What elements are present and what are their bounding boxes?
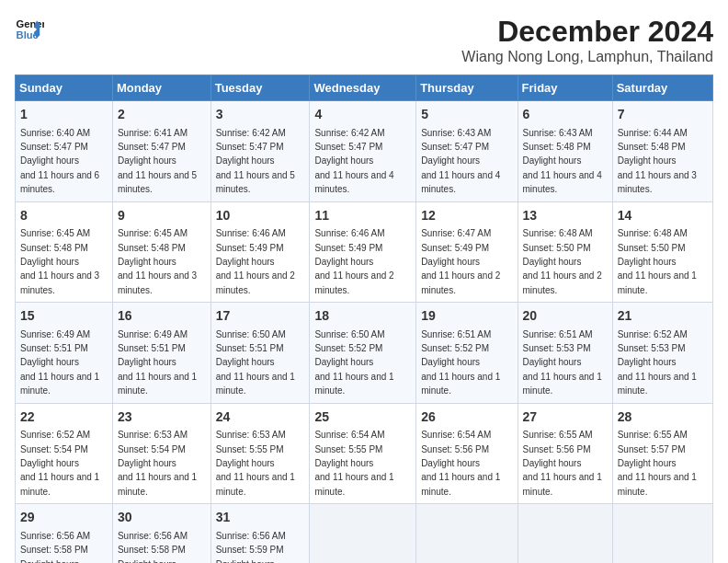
day-number: 3 xyxy=(216,106,305,124)
logo: General Blue xyxy=(15,15,44,44)
month-title: December 2024 xyxy=(461,15,713,49)
day-detail: Sunrise: 6:45 AMSunset: 5:48 PMDaylight … xyxy=(20,228,99,295)
day-number: 31 xyxy=(216,509,305,527)
calendar-week-3: 15 Sunrise: 6:49 AMSunset: 5:51 PMDaylig… xyxy=(16,303,713,404)
day-detail: Sunrise: 6:47 AMSunset: 5:49 PMDaylight … xyxy=(421,228,500,295)
day-number: 22 xyxy=(20,408,108,427)
title-block: December 2024 Wiang Nong Long, Lamphun, … xyxy=(461,15,713,65)
calendar-cell: 3 Sunrise: 6:42 AMSunset: 5:47 PMDayligh… xyxy=(210,101,310,202)
day-number: 10 xyxy=(216,207,305,225)
location-title: Wiang Nong Long, Lamphun, Thailand xyxy=(461,49,713,65)
day-detail: Sunrise: 6:43 AMSunset: 5:47 PMDaylight … xyxy=(421,128,500,195)
day-number: 4 xyxy=(314,106,411,124)
header-sunday: Sunday xyxy=(16,75,113,101)
calendar-cell: 12 Sunrise: 6:47 AMSunset: 5:49 PMDaylig… xyxy=(416,201,518,303)
day-number: 1 xyxy=(20,106,108,124)
calendar-cell: 18 Sunrise: 6:50 AMSunset: 5:52 PMDaylig… xyxy=(310,303,416,404)
calendar-cell: 25 Sunrise: 6:54 AMSunset: 5:55 PMDaylig… xyxy=(310,403,416,504)
day-number: 9 xyxy=(118,207,206,225)
calendar-cell xyxy=(612,504,712,563)
day-detail: Sunrise: 6:51 AMSunset: 5:53 PMDaylight … xyxy=(523,329,602,396)
day-detail: Sunrise: 6:52 AMSunset: 5:53 PMDaylight … xyxy=(618,329,697,396)
day-detail: Sunrise: 6:42 AMSunset: 5:47 PMDaylight … xyxy=(216,128,295,195)
calendar-cell: 20 Sunrise: 6:51 AMSunset: 5:53 PMDaylig… xyxy=(518,303,612,404)
day-detail: Sunrise: 6:55 AMSunset: 5:57 PMDaylight … xyxy=(618,430,697,497)
day-number: 26 xyxy=(421,408,512,427)
day-number: 17 xyxy=(216,307,305,326)
day-detail: Sunrise: 6:46 AMSunset: 5:49 PMDaylight … xyxy=(314,228,393,295)
day-number: 21 xyxy=(618,307,708,326)
calendar-cell: 7 Sunrise: 6:44 AMSunset: 5:48 PMDayligh… xyxy=(612,101,712,202)
calendar-cell xyxy=(518,504,612,563)
calendar-cell xyxy=(310,504,416,563)
calendar-cell: 9 Sunrise: 6:45 AMSunset: 5:48 PMDayligh… xyxy=(112,201,210,303)
header-tuesday: Tuesday xyxy=(210,75,310,101)
day-detail: Sunrise: 6:45 AMSunset: 5:48 PMDaylight … xyxy=(118,228,197,295)
day-detail: Sunrise: 6:56 AMSunset: 5:58 PMDaylight … xyxy=(118,531,197,563)
day-number: 13 xyxy=(523,207,608,225)
day-detail: Sunrise: 6:43 AMSunset: 5:48 PMDaylight … xyxy=(523,128,602,195)
page-header: General Blue December 2024 Wiang Nong Lo… xyxy=(15,15,713,65)
day-number: 14 xyxy=(618,207,708,225)
day-number: 20 xyxy=(523,307,608,326)
day-number: 6 xyxy=(523,106,608,124)
day-detail: Sunrise: 6:51 AMSunset: 5:52 PMDaylight … xyxy=(421,329,500,396)
day-detail: Sunrise: 6:52 AMSunset: 5:54 PMDaylight … xyxy=(20,430,99,497)
svg-text:General: General xyxy=(17,18,44,29)
calendar-cell: 30 Sunrise: 6:56 AMSunset: 5:58 PMDaylig… xyxy=(112,504,210,563)
day-detail: Sunrise: 6:56 AMSunset: 5:58 PMDaylight … xyxy=(20,531,99,563)
header-friday: Friday xyxy=(518,75,612,101)
calendar-cell: 4 Sunrise: 6:42 AMSunset: 5:47 PMDayligh… xyxy=(310,101,416,202)
day-detail: Sunrise: 6:50 AMSunset: 5:51 PMDaylight … xyxy=(216,329,295,396)
calendar-cell: 11 Sunrise: 6:46 AMSunset: 5:49 PMDaylig… xyxy=(310,201,416,303)
calendar-cell: 29 Sunrise: 6:56 AMSunset: 5:58 PMDaylig… xyxy=(16,504,113,563)
header-thursday: Thursday xyxy=(416,75,518,101)
calendar-cell: 2 Sunrise: 6:41 AMSunset: 5:47 PMDayligh… xyxy=(112,101,210,202)
calendar-cell: 15 Sunrise: 6:49 AMSunset: 5:51 PMDaylig… xyxy=(16,303,113,404)
header-row: Sunday Monday Tuesday Wednesday Thursday… xyxy=(16,75,713,101)
calendar-cell: 14 Sunrise: 6:48 AMSunset: 5:50 PMDaylig… xyxy=(612,201,712,303)
day-detail: Sunrise: 6:49 AMSunset: 5:51 PMDaylight … xyxy=(20,329,99,396)
calendar-cell: 19 Sunrise: 6:51 AMSunset: 5:52 PMDaylig… xyxy=(416,303,518,404)
calendar-cell: 13 Sunrise: 6:48 AMSunset: 5:50 PMDaylig… xyxy=(518,201,612,303)
day-detail: Sunrise: 6:46 AMSunset: 5:49 PMDaylight … xyxy=(216,228,295,295)
day-detail: Sunrise: 6:48 AMSunset: 5:50 PMDaylight … xyxy=(523,228,602,295)
day-detail: Sunrise: 6:55 AMSunset: 5:56 PMDaylight … xyxy=(523,430,602,497)
day-detail: Sunrise: 6:49 AMSunset: 5:51 PMDaylight … xyxy=(118,329,197,396)
day-number: 18 xyxy=(314,307,411,326)
header-wednesday: Wednesday xyxy=(310,75,416,101)
day-number: 27 xyxy=(523,408,608,427)
calendar-week-5: 29 Sunrise: 6:56 AMSunset: 5:58 PMDaylig… xyxy=(16,504,713,563)
day-number: 23 xyxy=(118,408,206,427)
calendar-cell: 10 Sunrise: 6:46 AMSunset: 5:49 PMDaylig… xyxy=(210,201,310,303)
calendar-cell: 17 Sunrise: 6:50 AMSunset: 5:51 PMDaylig… xyxy=(210,303,310,404)
calendar-cell: 16 Sunrise: 6:49 AMSunset: 5:51 PMDaylig… xyxy=(112,303,210,404)
calendar-cell: 24 Sunrise: 6:53 AMSunset: 5:55 PMDaylig… xyxy=(210,403,310,504)
day-detail: Sunrise: 6:41 AMSunset: 5:47 PMDaylight … xyxy=(118,128,197,195)
day-detail: Sunrise: 6:42 AMSunset: 5:47 PMDaylight … xyxy=(314,128,393,195)
calendar-cell: 26 Sunrise: 6:54 AMSunset: 5:56 PMDaylig… xyxy=(416,403,518,504)
day-number: 5 xyxy=(421,106,512,124)
day-detail: Sunrise: 6:44 AMSunset: 5:48 PMDaylight … xyxy=(618,128,697,195)
day-detail: Sunrise: 6:40 AMSunset: 5:47 PMDaylight … xyxy=(20,128,99,195)
calendar-week-1: 1 Sunrise: 6:40 AMSunset: 5:47 PMDayligh… xyxy=(16,101,713,202)
day-detail: Sunrise: 6:56 AMSunset: 5:59 PMDaylight … xyxy=(216,531,295,563)
calendar-cell: 22 Sunrise: 6:52 AMSunset: 5:54 PMDaylig… xyxy=(16,403,113,504)
day-detail: Sunrise: 6:54 AMSunset: 5:56 PMDaylight … xyxy=(421,430,500,497)
day-number: 15 xyxy=(20,307,108,326)
day-number: 24 xyxy=(216,408,305,427)
calendar-cell: 6 Sunrise: 6:43 AMSunset: 5:48 PMDayligh… xyxy=(518,101,612,202)
calendar-week-2: 8 Sunrise: 6:45 AMSunset: 5:48 PMDayligh… xyxy=(16,201,713,303)
day-number: 11 xyxy=(314,207,411,225)
day-number: 30 xyxy=(118,509,206,527)
day-detail: Sunrise: 6:48 AMSunset: 5:50 PMDaylight … xyxy=(618,228,697,295)
calendar-table: Sunday Monday Tuesday Wednesday Thursday… xyxy=(15,75,713,563)
day-number: 19 xyxy=(421,307,512,326)
calendar-cell: 21 Sunrise: 6:52 AMSunset: 5:53 PMDaylig… xyxy=(612,303,712,404)
day-number: 25 xyxy=(314,408,411,427)
logo-icon: General Blue xyxy=(15,15,44,44)
day-number: 16 xyxy=(118,307,206,326)
day-detail: Sunrise: 6:53 AMSunset: 5:54 PMDaylight … xyxy=(118,430,197,497)
day-detail: Sunrise: 6:50 AMSunset: 5:52 PMDaylight … xyxy=(314,329,393,396)
calendar-cell xyxy=(416,504,518,563)
